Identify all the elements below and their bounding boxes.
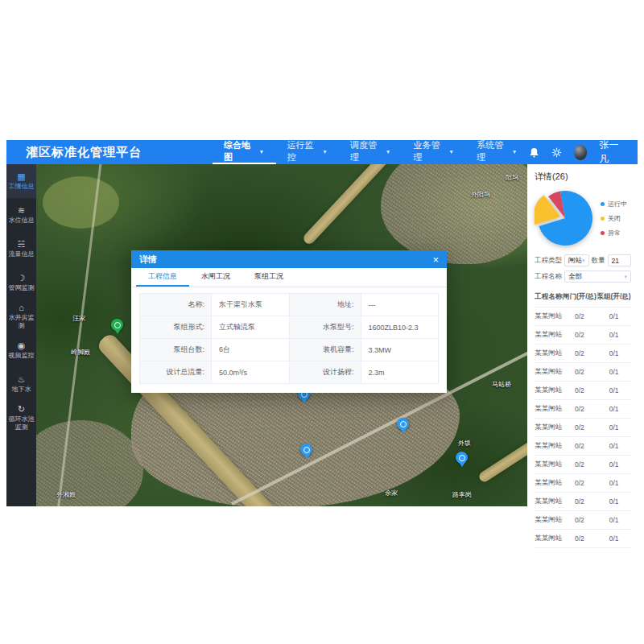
field-label: 水泵型号:	[289, 316, 361, 339]
sidebar-item-水位信息[interactable]: ≋水位信息	[6, 198, 36, 232]
water-level-icon: ≋	[18, 206, 25, 215]
table-header-cell: 工程名称	[535, 287, 563, 308]
tab-泵组工况[interactable]: 泵组工况	[242, 268, 295, 287]
map-place-label: 余家	[385, 489, 398, 497]
table-row[interactable]: 某某闸站0/20/1	[535, 530, 631, 548]
field-value: 2.3m	[361, 361, 439, 384]
user-avatar[interactable]	[574, 145, 588, 160]
table-row[interactable]: 某某闸站0/20/1	[535, 400, 631, 419]
nav-item-系统管理[interactable]: 系统管理▼	[465, 140, 529, 164]
table-cell: 某某闸站	[535, 326, 563, 345]
sidebar-item-label: 工情信息	[9, 183, 35, 190]
table-cell: 某某闸站	[535, 437, 563, 456]
chevron-down-icon: ▼	[448, 149, 454, 155]
chevron-down-icon: ▼	[386, 149, 391, 155]
sidebar-item-视频监控[interactable]: ◉视频监控	[6, 333, 36, 367]
legend-dot-icon	[601, 217, 605, 221]
project-info-icon: ▦	[17, 172, 25, 181]
left-sidebar: ▦工情信息≋水位信息☵流量信息☽管网监测⌂水井房监测◉视频监控♨地下水↻循环水池…	[6, 164, 36, 506]
modal-tabs: 工程信息水闸工况泵组工况	[131, 268, 447, 287]
table-cell: 0/1	[597, 308, 631, 326]
sidebar-item-管网监测[interactable]: ☽管网监测	[6, 266, 36, 299]
gear-icon[interactable]	[551, 147, 562, 158]
sidebar-item-工情信息[interactable]: ▦工情信息	[6, 164, 36, 198]
station-marker[interactable]	[397, 418, 409, 430]
sidebar-item-label: 地下水	[12, 386, 31, 393]
table-cell: 某某闸站	[535, 363, 563, 382]
table-cell: 某某闸站	[535, 530, 563, 548]
table-cell: 某某闸站	[535, 419, 563, 437]
field-label: 泵组台数:	[140, 339, 212, 361]
well-house-icon: ⌂	[19, 303, 24, 312]
table-cell: 某某闸站	[535, 345, 563, 363]
table-cell: 某某闸站	[535, 474, 563, 493]
sidebar-item-label: 流量信息	[9, 250, 35, 258]
table-row[interactable]: 某某闸站0/20/1	[535, 382, 631, 400]
count-input[interactable]: 21	[608, 254, 631, 266]
table-cell: 0/2	[563, 511, 597, 530]
station-marker[interactable]	[456, 452, 468, 464]
table-row[interactable]: 某某闸站0/20/1	[535, 474, 631, 493]
tab-工程信息[interactable]: 工程信息	[136, 268, 189, 287]
map-fields-patch	[43, 176, 119, 229]
main-nav: 综合地图▼运行监控▼调度管理▼业务管理▼系统管理▼	[213, 140, 529, 164]
sidebar-item-地下水[interactable]: ♨地下水	[6, 367, 36, 401]
name-select[interactable]: 全部▾	[564, 270, 631, 283]
field-label: 地址:	[289, 294, 361, 316]
map-place-label: 汪家	[72, 314, 85, 323]
modal-header: 详情 ×	[131, 250, 447, 268]
table-row[interactable]: 某某闸站0/20/1	[535, 511, 631, 530]
table-cell: 0/1	[597, 437, 631, 456]
table-row[interactable]: 某某闸站0/20/1	[535, 419, 631, 437]
station-marker-green[interactable]	[111, 319, 123, 331]
circulating-pool-icon: ↻	[18, 405, 25, 414]
table-row[interactable]: 某某闸站0/20/1	[535, 456, 631, 474]
nav-item-label: 调度管理	[350, 139, 382, 163]
station-marker[interactable]	[300, 444, 312, 456]
table-row[interactable]: 某某闸站0/20/1	[535, 493, 631, 511]
table-cell: 0/1	[597, 511, 631, 530]
field-value: 东干渠引水泵	[212, 294, 290, 316]
nav-item-运行监控[interactable]: 运行监控▼	[276, 140, 340, 164]
close-icon[interactable]: ×	[432, 254, 439, 265]
detail-row: 设计总流量:50.0m³/s设计扬程:2.3m	[140, 361, 439, 384]
field-value: 6台	[212, 339, 290, 361]
map-place-label: 马站桥	[492, 380, 511, 389]
nav-item-业务管理[interactable]: 业务管理▼	[402, 140, 466, 164]
table-cell: 0/2	[563, 493, 597, 511]
table-cell: 0/2	[563, 419, 597, 437]
table-row[interactable]: 某某闸站0/20/1	[535, 308, 631, 326]
modal-body: 名称:东干渠引水泵地址:---泵组形式:立式轴流泵水泵型号:1600ZLB10-…	[131, 287, 447, 393]
table-cell: 某某闸站	[535, 493, 563, 511]
detail-row: 泵组台数:6台装机容量:3.3MW	[140, 339, 439, 361]
page: 灌区标准化管理平台 综合地图▼运行监控▼调度管理▼业务管理▼系统管理▼ 张一	[0, 0, 644, 644]
field-label: 泵组形式:	[140, 316, 212, 339]
satellite-map[interactable]: 阳坞外阳坞汪家岭脚殿上塘殿马站桥外坂余家路李岗外湘殿 详情 × 工程信息水闸工况…	[36, 164, 527, 506]
nav-item-综合地图[interactable]: 综合地图▼	[213, 140, 276, 164]
table-cell: 0/1	[597, 474, 631, 493]
user-name[interactable]: 张一凡	[599, 138, 625, 166]
table-cell: 某某闸站	[535, 511, 563, 530]
map-urban-area-bottomleft	[36, 420, 143, 506]
sidebar-item-label: 循环水池监测	[7, 415, 35, 430]
table-cell: 0/1	[597, 345, 631, 363]
map-place-label: 阳坞	[506, 173, 518, 182]
table-row[interactable]: 某某闸站0/20/1	[535, 345, 631, 363]
type-select[interactable]: 闸站▾	[564, 254, 589, 266]
nav-item-调度管理[interactable]: 调度管理▼	[339, 140, 402, 164]
table-row[interactable]: 某某闸站0/20/1	[535, 437, 631, 456]
table-row[interactable]: 某某闸站0/20/1	[535, 363, 631, 382]
table-row[interactable]: 某某闸站0/20/1	[535, 326, 631, 345]
table-cell: 0/2	[563, 456, 597, 474]
table-cell: 0/2	[563, 345, 597, 363]
sidebar-item-循环水池监测[interactable]: ↻循环水池监测	[6, 401, 36, 435]
map-river-top	[301, 164, 392, 246]
legend-item-运行中: 运行中	[601, 200, 627, 208]
tab-水闸工况[interactable]: 水闸工况	[189, 268, 242, 287]
sidebar-item-水井房监测[interactable]: ⌂水井房监测	[6, 299, 36, 333]
sidebar-item-流量信息[interactable]: ☵流量信息	[6, 232, 36, 266]
bell-icon[interactable]	[529, 147, 539, 158]
legend-dot-icon	[601, 231, 605, 235]
chevron-down-icon: ▼	[259, 149, 265, 155]
field-label: 装机容量:	[289, 339, 361, 361]
